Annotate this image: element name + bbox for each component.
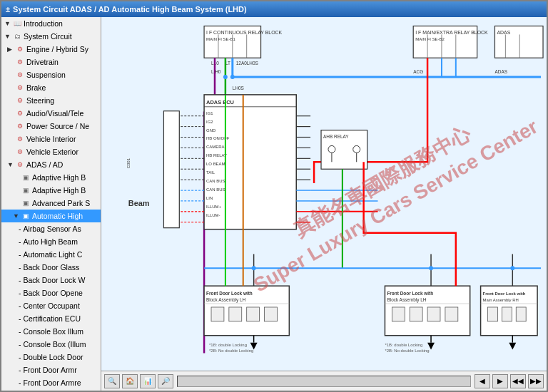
- svg-rect-58: [229, 307, 242, 321]
- diagram-area: 真能名車國際服務中心 Super Luxury Cars Service Cen…: [101, 17, 547, 391]
- sidebar-item-adaptive-b2[interactable]: ▣ Adaptive High B: [1, 184, 101, 197]
- search-button[interactable]: 🔍: [104, 374, 120, 388]
- bullet: -: [19, 287, 21, 299]
- home-button[interactable]: 🏠: [122, 374, 138, 388]
- sidebar-item-engine[interactable]: ▶ ⚙ Engine / Hybrid Sy: [1, 43, 101, 56]
- sidebar-item-vehicle-exterior[interactable]: ⚙ Vehicle Exterior: [1, 145, 101, 158]
- svg-rect-75: [516, 307, 526, 321]
- bullet: -: [19, 339, 21, 350]
- svg-text:*1B: double Locking: *1B: double Locking: [209, 343, 247, 347]
- svg-text:HB RELAY: HB RELAY: [206, 153, 227, 158]
- bullet: -: [19, 300, 21, 311]
- svg-text:LO BEAM: LO BEAM: [206, 162, 225, 166]
- gear-icon: ⚙: [15, 83, 25, 93]
- sidebar-item-front-door-ins1[interactable]: - Front Door Inside: [1, 389, 101, 391]
- main-window: ± System Circuit ADAS / AD Automatic Hig…: [0, 0, 548, 392]
- window-title: System Circuit ADAS / AD Automatic High …: [13, 5, 247, 14]
- bullet: -: [19, 326, 21, 337]
- sidebar-item-auto-light[interactable]: - Automatic Light C: [1, 248, 101, 261]
- prev-icon: ◀: [480, 377, 485, 385]
- sidebar-item-front-door-arm2[interactable]: - Front Door Armre: [1, 376, 101, 389]
- svg-text:CAMERA: CAMERA: [206, 145, 224, 149]
- sidebar-item-auto-high[interactable]: ▼ ▣ Automatic High: [1, 210, 101, 222]
- svg-text:ILLUM+: ILLUM+: [206, 205, 222, 209]
- svg-text:Block Assembly LH: Block Assembly LH: [387, 297, 426, 303]
- bullet: -: [19, 377, 21, 388]
- prev-page-button[interactable]: ◀: [475, 374, 490, 388]
- sidebar-item-center-occupant[interactable]: - Center Occupant: [1, 299, 101, 312]
- svg-rect-57: [211, 307, 224, 321]
- folder-icon: 🗂: [12, 31, 22, 41]
- bullet: -: [19, 364, 21, 376]
- sidebar-item-steering[interactable]: ⚙ Steering: [1, 94, 101, 107]
- svg-point-82: [252, 266, 256, 270]
- sidebar-item-introduction[interactable]: ▼ 📖 Introduction: [1, 17, 101, 30]
- bullet: -: [19, 274, 21, 286]
- svg-text:Main Assembly RH: Main Assembly RH: [483, 298, 519, 302]
- horizontal-scrollbar[interactable]: [177, 376, 471, 387]
- svg-text:LH0S: LH0S: [233, 86, 244, 91]
- expand-icon: ▼: [7, 159, 14, 170]
- sidebar-scroll[interactable]: ▼ 📖 Introduction ▼ 🗂 System Circuit ▶ ⚙ …: [1, 17, 101, 391]
- expand-icon: ▼: [13, 210, 20, 222]
- gear-icon: ⚙: [15, 121, 25, 131]
- sidebar-item-auto-high-beam[interactable]: - Auto High Beam: [1, 235, 101, 248]
- wiring-diagram: I F CONTINUOUS RELAY BLOCK MAIN FI SE-B1…: [101, 17, 547, 371]
- title-icon: ±: [6, 5, 10, 14]
- last-page-button[interactable]: ▶▶: [528, 374, 544, 388]
- last-icon: ▶▶: [530, 377, 542, 385]
- sidebar-item-suspension[interactable]: ⚙ Suspension: [1, 68, 101, 81]
- expand-icon: ▶: [7, 43, 14, 55]
- svg-text:*2B: No double Locking: *2B: No double Locking: [209, 349, 253, 353]
- bottom-bar: 🔍 🏠 📊 🔎 ◀ ▶ ◀◀: [101, 371, 547, 391]
- sidebar-item-console-illum[interactable]: - Console Box Illum: [1, 325, 101, 338]
- svg-text:IG2: IG2: [206, 120, 213, 124]
- svg-text:Block Assembly LH: Block Assembly LH: [206, 297, 245, 303]
- sidebar-item-advanced-park[interactable]: ▣ Advanced Park S: [1, 197, 101, 210]
- next-page-button[interactable]: ▶: [492, 374, 508, 388]
- svg-rect-68: [445, 307, 458, 321]
- sidebar-item-cert-ecu[interactable]: - Certification ECU: [1, 312, 101, 325]
- diagram-canvas[interactable]: 真能名車國際服務中心 Super Luxury Cars Service Cen…: [101, 17, 547, 371]
- sidebar-item-audio[interactable]: ⚙ Audio/Visual/Tele: [1, 107, 101, 120]
- svg-text:Front Door Lock with: Front Door Lock with: [206, 291, 253, 296]
- sidebar-item-system-circuit[interactable]: ▼ 🗂 System Circuit: [1, 30, 101, 43]
- sidebar-item-airbag[interactable]: - Airbag Sensor As: [1, 222, 101, 235]
- sub-icon: ▣: [21, 185, 31, 195]
- gear-icon: ⚙: [15, 108, 25, 118]
- sub-icon: ▣: [21, 198, 31, 208]
- sidebar-item-back-door-open[interactable]: - Back Door Opene: [1, 287, 101, 299]
- bullet: -: [19, 351, 21, 363]
- svg-text:LH0S: LH0S: [247, 61, 258, 66]
- sidebar-item-back-door-lock[interactable]: - Back Door Lock W: [1, 274, 101, 287]
- sidebar-item-adaptive-b1[interactable]: ▣ Adaptive High B: [1, 171, 101, 184]
- sub-icon: ▣: [21, 211, 31, 221]
- svg-text:L H0: L H0: [211, 69, 221, 74]
- sidebar-item-front-door-arm1[interactable]: - Front Door Armr: [1, 363, 101, 376]
- svg-point-83: [429, 266, 433, 270]
- content-area: ▼ 📖 Introduction ▼ 🗂 System Circuit ▶ ⚙ …: [1, 17, 547, 391]
- sidebar-item-vehicle-interior[interactable]: ⚙ Vehicle Interior: [1, 133, 101, 145]
- sidebar: ▼ 📖 Introduction ▼ 🗂 System Circuit ▶ ⚙ …: [1, 17, 101, 391]
- zoom-button[interactable]: 🔎: [158, 374, 173, 388]
- zoom-icon: 🔎: [161, 377, 170, 385]
- sidebar-item-console-box[interactable]: - Console Box (Illum: [1, 338, 101, 351]
- svg-text:*2B: No double Locking: *2B: No double Locking: [385, 349, 429, 353]
- svg-point-84: [510, 266, 514, 270]
- sidebar-item-brake[interactable]: ⚙ Brake: [1, 81, 101, 94]
- expand-icon: ▼: [4, 18, 11, 29]
- svg-text:ADAS ECU: ADAS ECU: [206, 99, 234, 105]
- sidebar-item-power[interactable]: ⚙ Power Source / Ne: [1, 120, 101, 133]
- sidebar-item-back-door-glass[interactable]: - Back Door Glass: [1, 261, 101, 274]
- gear-icon: ⚙: [15, 147, 25, 157]
- sidebar-item-drivetrain[interactable]: ⚙ Drivetrain: [1, 56, 101, 68]
- sidebar-item-double-lock[interactable]: - Double Lock Door: [1, 351, 101, 363]
- bullet: -: [19, 223, 21, 234]
- svg-text:Beam: Beam: [128, 199, 150, 207]
- next-icon: ▶: [497, 377, 503, 385]
- svg-rect-74: [502, 307, 512, 321]
- sidebar-item-adas[interactable]: ▼ ⚙ ADAS / AD: [1, 158, 101, 171]
- chart-button[interactable]: 📊: [140, 374, 156, 388]
- svg-text:ILLUM-: ILLUM-: [206, 213, 220, 217]
- first-page-button[interactable]: ◀◀: [510, 374, 526, 388]
